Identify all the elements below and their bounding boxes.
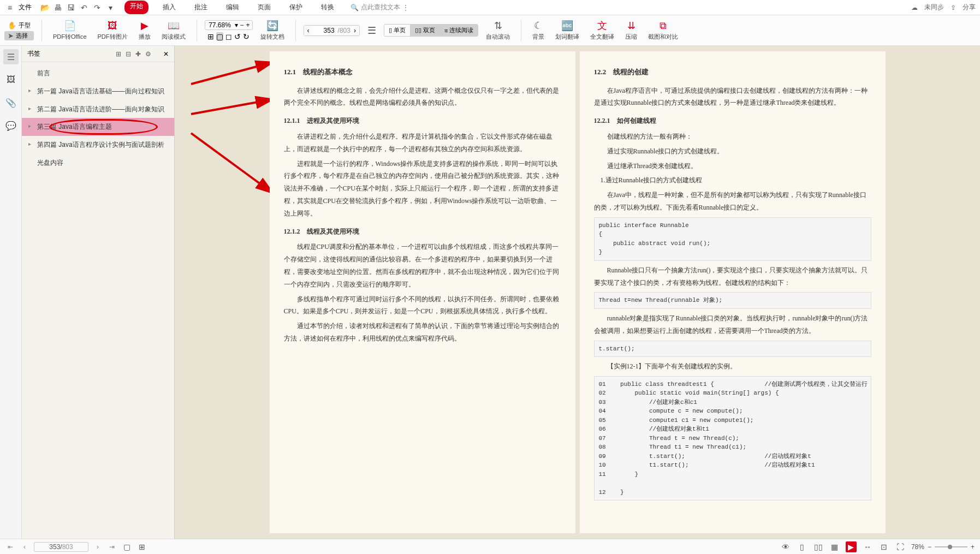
full-translate-icon: 文 xyxy=(597,20,607,32)
zoom-in-button[interactable]: + xyxy=(971,543,975,551)
page-total: /803 xyxy=(338,27,351,34)
background-button[interactable]: ☾背景 xyxy=(529,19,548,42)
zoom-out-icon[interactable]: − xyxy=(240,21,244,29)
comments-panel-button[interactable]: 💬 xyxy=(3,118,19,133)
status-view-1-icon[interactable]: ▢ xyxy=(121,541,132,552)
save-icon[interactable]: 🖫 xyxy=(66,2,76,13)
status-view-2-icon[interactable]: ⊞ xyxy=(136,541,147,552)
search-area[interactable]: 🔍 点此查找文本 ⋮ xyxy=(351,3,409,12)
full-translate-button[interactable]: 文全文翻译 xyxy=(587,19,617,42)
tab-page[interactable]: 页面 xyxy=(253,1,275,14)
close-panel-icon[interactable]: ✕ xyxy=(163,50,169,58)
file-menu[interactable]: 文件 xyxy=(19,3,32,12)
toc-button[interactable]: ☰ xyxy=(364,23,379,38)
page-input[interactable] xyxy=(313,27,335,34)
attachments-panel-button[interactable]: 📎 xyxy=(3,95,19,110)
pdf-office-icon: 📄 xyxy=(64,20,76,32)
undo-icon[interactable]: ↶ xyxy=(79,2,90,13)
share-button[interactable]: 分享 xyxy=(963,3,976,12)
actual-size-icon[interactable]: ◻ xyxy=(225,32,232,41)
rotate-right-icon[interactable]: ↻ xyxy=(243,32,250,41)
fit-width-status-icon[interactable]: ↔ xyxy=(862,541,873,552)
next-page-icon[interactable]: › xyxy=(354,27,356,34)
bookmark-item[interactable]: 光盘内容 xyxy=(22,154,174,172)
toc-icon: ☰ xyxy=(367,25,376,37)
zoom-track[interactable] xyxy=(935,546,967,547)
fullscreen-icon[interactable]: ⛶ xyxy=(895,541,906,552)
prev-page-button[interactable]: ‹ xyxy=(20,543,29,551)
zoom-out-button[interactable]: − xyxy=(928,543,931,551)
rotate-left-icon[interactable]: ↺ xyxy=(234,32,241,41)
prev-page-icon[interactable]: ‹ xyxy=(307,27,310,34)
screenshot-compare-button[interactable]: ⧉截图和对比 xyxy=(645,19,681,42)
grid-view-icon[interactable]: ▦ xyxy=(829,541,840,552)
double-page-button[interactable]: ▯▯双页 xyxy=(411,25,440,36)
hand-tool[interactable]: ✋手型 xyxy=(4,21,34,30)
single-page-icon: ▯ xyxy=(389,27,392,34)
eye-protect-icon[interactable]: 👁 xyxy=(780,541,791,552)
slideshow-button[interactable]: ▶ xyxy=(846,541,857,552)
print-icon[interactable]: 🖶 xyxy=(52,2,63,13)
auto-scroll-icon: ⇅ xyxy=(494,20,502,32)
auto-scroll-button[interactable]: ⇅自动滚动 xyxy=(483,19,513,42)
bookmark-item[interactable]: 第四篇 Java语言程序设计实例与面试题剖析 xyxy=(22,136,174,154)
fit-page-status-icon[interactable]: ⊡ xyxy=(878,541,889,552)
svg-line-1 xyxy=(191,99,273,114)
read-mode-button[interactable]: 📖阅读模式 xyxy=(158,19,189,42)
zoom-handle[interactable] xyxy=(948,545,952,549)
play-button[interactable]: ▶播放 xyxy=(135,19,154,42)
fit-page-icon[interactable]: ▢ xyxy=(216,32,223,41)
single-view-icon[interactable]: ▯ xyxy=(797,541,807,552)
bookmark-settings-icon[interactable]: ⚙ xyxy=(145,50,151,58)
search-more-icon: ⋮ xyxy=(402,4,409,11)
dropdown-icon[interactable]: ▾ xyxy=(105,2,116,13)
tab-start[interactable]: 开始 xyxy=(124,1,149,14)
continuous-button[interactable]: ≡连续阅读 xyxy=(440,25,478,36)
next-page-button[interactable]: › xyxy=(93,543,103,551)
select-tool[interactable]: ➤选择 xyxy=(4,31,34,40)
tab-annotate[interactable]: 批注 xyxy=(190,1,212,14)
compress-button[interactable]: ⇊压缩 xyxy=(622,19,640,42)
bookmark-add-icon[interactable]: ✚ xyxy=(135,50,141,58)
bookmarks-panel: 书签 ⊞ ⊟ ✚ ⚙ ✕ 前言 第一篇 Java语言语法基础——面向过程知识 第… xyxy=(22,46,175,539)
bookmark-collapse-icon[interactable]: ⊟ xyxy=(126,50,131,58)
paragraph: 在讲进程之前，先介绍什么是程序。程序是计算机指令的集合，它以文件形式存储在磁盘上… xyxy=(284,130,561,156)
tab-convert[interactable]: 转换 xyxy=(317,1,338,14)
double-page-icon: ▯▯ xyxy=(415,27,421,34)
bookmark-item-selected[interactable]: 第三篇 Java语言编程主题 xyxy=(22,118,174,136)
bookmark-item[interactable]: 第二篇 Java语言语法进阶——面向对象知识 xyxy=(22,100,174,118)
sync-status[interactable]: 未同步 xyxy=(924,3,944,12)
translate-icon: 🔤 xyxy=(561,20,573,32)
bookmarks-list: 前言 第一篇 Java语言语法基础——面向过程知识 第二篇 Java语言语法进阶… xyxy=(22,62,174,539)
thumbnails-panel-button[interactable]: 🖼 xyxy=(3,72,19,87)
pdf-to-image-button[interactable]: 🖼PDF转图片 xyxy=(94,19,131,42)
document-viewport[interactable]: 12.1 线程的基本概念 在讲述线程的概念之前，会先介绍什么是进程。这两个概念仅… xyxy=(175,46,980,539)
double-view-icon[interactable]: ▯▯ xyxy=(813,541,824,552)
rotate-button[interactable]: 🔄旋转文档 xyxy=(257,19,288,42)
single-page-button[interactable]: ▯单页 xyxy=(384,25,411,36)
open-icon[interactable]: 📂 xyxy=(39,2,50,13)
pdf-to-office-button[interactable]: 📄PDF转Office xyxy=(50,19,90,42)
bookmark-item[interactable]: 第一篇 Java语言语法基础——面向过程知识 xyxy=(22,82,174,100)
first-page-button[interactable]: ⇤ xyxy=(5,543,15,551)
word-translate-button[interactable]: 🔤划词翻译 xyxy=(552,19,583,42)
bookmarks-panel-button[interactable]: ☰ xyxy=(3,49,19,64)
zoom-slider[interactable]: 78% − + xyxy=(911,543,975,551)
tab-edit[interactable]: 编辑 xyxy=(222,1,243,14)
hamburger-icon[interactable]: ≡ xyxy=(4,2,15,13)
zoom-control[interactable]: 77.68% ▾ − + xyxy=(205,20,253,30)
zoom-in-icon[interactable]: + xyxy=(246,21,250,29)
tab-insert[interactable]: 插入 xyxy=(158,1,180,14)
last-page-button[interactable]: ⇥ xyxy=(107,543,117,551)
tab-protect[interactable]: 保护 xyxy=(285,1,307,14)
fit-width-icon[interactable]: ⊞ xyxy=(207,32,214,41)
paragraph: Runnable接口只有一个抽象方法run()，要实现这个接口，只要实现这个抽象… xyxy=(594,264,871,289)
list-item: 1.通过Runnable接口的方式创建线程 xyxy=(594,174,871,187)
subsection-heading: 12.1.2 线程及其使用环境 xyxy=(284,225,561,238)
redo-icon[interactable]: ↷ xyxy=(92,2,103,13)
document-page-right: 12.2 线程的创建 在Java程序语言中，可通过系统提供的编程接口去创建线程，… xyxy=(580,51,886,533)
bookmark-item[interactable]: 前言 xyxy=(22,64,174,82)
zoom-dropdown-icon[interactable]: ▾ xyxy=(235,21,238,29)
statusbar-page-field[interactable]: 353/803 xyxy=(34,542,88,552)
bookmark-expand-icon[interactable]: ⊞ xyxy=(116,50,121,58)
